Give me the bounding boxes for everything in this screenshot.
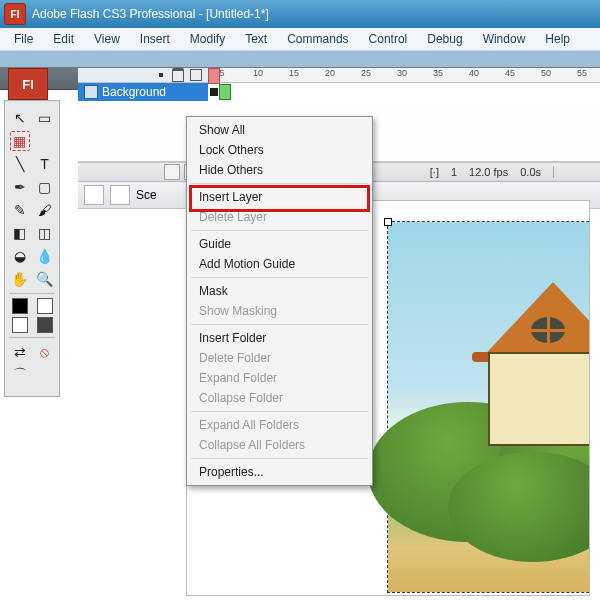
new-layer-button[interactable]	[164, 164, 180, 180]
menu-help[interactable]: Help	[535, 30, 580, 48]
ruler-tick: 35	[433, 68, 443, 78]
stroke-color-swatch[interactable]	[12, 298, 28, 314]
pen-tool[interactable]: ✒	[10, 177, 30, 197]
timeline-header: 510152025303540455055	[78, 68, 600, 83]
menu-separator	[191, 183, 368, 184]
menu-separator	[191, 277, 368, 278]
menu-item-collapse-folder: Collapse Folder	[187, 388, 372, 408]
fill-color-swatch-2[interactable]	[37, 317, 53, 333]
layer-icon	[84, 85, 98, 99]
menu-edit[interactable]: Edit	[43, 30, 84, 48]
ruler-tick: 20	[325, 68, 335, 78]
ruler-tick: 10	[253, 68, 263, 78]
menu-item-add-motion-guide[interactable]: Add Motion Guide	[187, 254, 372, 274]
frame-ruler[interactable]: 510152025303540455055	[208, 68, 600, 82]
spacer	[37, 298, 53, 314]
canvas-selection[interactable]	[387, 221, 590, 593]
menu-text[interactable]: Text	[235, 30, 277, 48]
ruler-tick: 30	[397, 68, 407, 78]
ruler-tick: 55	[577, 68, 587, 78]
current-frame: 1	[451, 166, 457, 178]
menu-item-guide[interactable]: Guide	[187, 234, 372, 254]
free-transform-tool[interactable]: ▦	[10, 131, 30, 151]
menu-item-insert-folder[interactable]: Insert Folder	[187, 328, 372, 348]
options-icon[interactable]	[35, 365, 55, 385]
tool-empty	[35, 131, 55, 151]
menu-debug[interactable]: Debug	[417, 30, 472, 48]
menu-item-properties[interactable]: Properties...	[187, 462, 372, 482]
scene-prev-button[interactable]	[84, 185, 104, 205]
eraser-tool[interactable]: ◫	[35, 223, 55, 243]
selection-tool[interactable]: ↖	[10, 108, 30, 128]
menu-item-mask[interactable]: Mask	[187, 281, 372, 301]
tool-panel: ↖▭ ▦ ╲T ✒▢ ✎🖌 ◧◫ ◒💧 ✋🔍 ⇄⦸ ⌒	[4, 100, 60, 397]
rectangle-tool[interactable]: ▢	[35, 177, 55, 197]
menu-control[interactable]: Control	[359, 30, 418, 48]
fill-color-swatch[interactable]	[12, 317, 28, 333]
window-title: Adobe Flash CS3 Professional - [Untitled…	[32, 7, 269, 21]
visibility-icon[interactable]	[156, 70, 166, 80]
title-bar: Fl Adobe Flash CS3 Professional - [Untit…	[0, 0, 600, 28]
hand-tool[interactable]: ✋	[10, 269, 30, 289]
pencil-tool[interactable]: ✎	[10, 200, 30, 220]
lock-icon[interactable]	[172, 68, 184, 82]
elapsed-time: 0.0s	[520, 166, 541, 178]
zoom-tool[interactable]: 🔍	[35, 269, 55, 289]
flash-logo-icon: Fl	[8, 68, 48, 100]
swap-colors-icon[interactable]: ⇄	[10, 342, 30, 362]
layer-frames[interactable]	[208, 83, 600, 101]
layer-row-background[interactable]: Background	[78, 83, 600, 101]
toolbar-strip	[0, 51, 600, 67]
playhead-icon[interactable]	[208, 68, 220, 84]
ruler-tick: 50	[541, 68, 551, 78]
menu-item-hide-others[interactable]: Hide Others	[187, 160, 372, 180]
ink-bottle-tool[interactable]: ◧	[10, 223, 30, 243]
snap-icon[interactable]: ⌒	[10, 365, 30, 385]
text-tool[interactable]: T	[35, 154, 55, 174]
menu-item-collapse-all-folders: Collapse All Folders	[187, 435, 372, 455]
brush-tool[interactable]: 🖌	[35, 200, 55, 220]
scene-label: Sce	[136, 188, 157, 202]
ruler-tick: 25	[361, 68, 371, 78]
menu-file[interactable]: File	[4, 30, 43, 48]
menu-commands[interactable]: Commands	[277, 30, 358, 48]
menu-separator	[191, 230, 368, 231]
keyframe-icon[interactable]	[210, 88, 218, 96]
outline-icon[interactable]	[190, 69, 202, 81]
selection-handle[interactable]	[384, 218, 392, 226]
menu-item-show-masking: Show Masking	[187, 301, 372, 321]
menu-item-delete-folder: Delete Folder	[187, 348, 372, 368]
menu-item-show-all[interactable]: Show All	[187, 120, 372, 140]
menu-view[interactable]: View	[84, 30, 130, 48]
scene-button[interactable]	[110, 185, 130, 205]
ruler-tick: 15	[289, 68, 299, 78]
app-icon: Fl	[4, 3, 26, 25]
ruler-tick: 45	[505, 68, 515, 78]
layer-context-menu: Show AllLock OthersHide OthersInsert Lay…	[186, 116, 373, 486]
menu-bar: FileEditViewInsertModifyTextCommandsCont…	[0, 28, 600, 51]
line-tool[interactable]: ╲	[10, 154, 30, 174]
eyedropper-tool[interactable]: 💧	[35, 246, 55, 266]
frame-rate: 12.0 fps	[469, 166, 508, 178]
menu-separator	[191, 458, 368, 459]
no-color-icon[interactable]: ⦸	[35, 342, 55, 362]
ruler-tick: 5	[219, 68, 224, 78]
house-graphic	[478, 282, 590, 452]
menu-item-delete-layer: Delete Layer	[187, 207, 372, 227]
menu-insert[interactable]: Insert	[130, 30, 180, 48]
menu-item-lock-others[interactable]: Lock Others	[187, 140, 372, 160]
menu-window[interactable]: Window	[473, 30, 536, 48]
menu-item-expand-all-folders: Expand All Folders	[187, 415, 372, 435]
subselection-tool[interactable]: ▭	[35, 108, 55, 128]
frame-cell[interactable]	[219, 84, 231, 100]
layer-name: Background	[102, 85, 166, 99]
menu-modify[interactable]: Modify	[180, 30, 235, 48]
paint-bucket-tool[interactable]: ◒	[10, 246, 30, 266]
ruler-tick: 40	[469, 68, 479, 78]
menu-separator	[191, 324, 368, 325]
menu-item-expand-folder: Expand Folder	[187, 368, 372, 388]
menu-separator	[191, 411, 368, 412]
menu-item-insert-layer[interactable]: Insert Layer	[187, 187, 372, 207]
